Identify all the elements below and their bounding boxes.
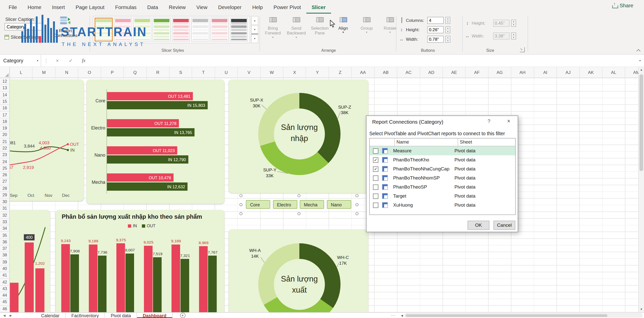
- arrange-button[interactable]: Group ▾: [356, 16, 378, 39]
- ribbon-tab[interactable]: Power Pivot: [268, 2, 306, 14]
- column-header[interactable]: AK: [580, 67, 602, 78]
- resize-handle[interactable]: [355, 212, 358, 215]
- row-header[interactable]: 15: [0, 98, 10, 105]
- row-header[interactable]: 46: [0, 306, 10, 312]
- slicer-style-option[interactable]: [230, 18, 248, 41]
- slicer-button[interactable]: Core: [246, 200, 270, 209]
- row-header[interactable]: 14: [0, 92, 10, 98]
- resize-handle[interactable]: [239, 212, 242, 215]
- report-connection-row[interactable]: Measure Pivot data: [370, 146, 515, 155]
- hscroll-left-icon[interactable]: ◀: [399, 314, 405, 317]
- row-header[interactable]: 28: [0, 185, 10, 192]
- resize-handle[interactable]: [298, 194, 300, 197]
- row-header[interactable]: 45: [0, 299, 10, 306]
- slicer-button[interactable]: Nano: [327, 200, 351, 209]
- ribbon-tab[interactable]: View: [191, 2, 213, 14]
- row-header[interactable]: 31: [0, 205, 10, 212]
- ribbon-tab[interactable]: Slicer: [306, 2, 331, 14]
- columns-stepper[interactable]: ▴▾: [445, 17, 450, 24]
- row-header[interactable]: 18: [0, 118, 10, 125]
- column-header[interactable]: AD: [420, 67, 443, 78]
- column-header[interactable]: Z: [329, 67, 352, 78]
- column-header[interactable]: Y: [306, 67, 329, 78]
- row-header[interactable]: 13: [0, 85, 10, 92]
- resize-handle[interactable]: [298, 212, 300, 215]
- arrange-button[interactable]: Rotate ▾: [379, 16, 401, 39]
- column-header[interactable]: AG: [489, 67, 511, 78]
- row-header[interactable]: 17: [0, 112, 10, 118]
- row-header[interactable]: 30: [0, 199, 10, 205]
- arrange-button[interactable]: Send Backward ▾: [286, 16, 307, 39]
- button-width-stepper[interactable]: ▴▾: [445, 35, 450, 42]
- gallery-more-button[interactable]: ▾: [251, 34, 258, 43]
- column-header[interactable]: AJ: [557, 67, 580, 78]
- row-header[interactable]: 41: [0, 272, 10, 279]
- slicer-style-option[interactable]: [172, 18, 190, 41]
- row-checkbox[interactable]: [373, 193, 378, 199]
- ribbon-tab[interactable]: Review: [164, 2, 191, 14]
- column-header[interactable]: AC: [397, 67, 420, 78]
- button-height-input[interactable]: [427, 26, 444, 33]
- row-header[interactable]: 27: [0, 178, 10, 185]
- column-header[interactable]: X: [283, 67, 306, 78]
- sheet-nav-left-icon[interactable]: ◀: [3, 314, 6, 317]
- row-header[interactable]: 12: [0, 78, 10, 85]
- gallery-up-button[interactable]: ▴: [251, 16, 258, 25]
- expand-formula-bar-icon[interactable]: ▾: [636, 59, 644, 62]
- report-connection-row[interactable]: ✓ PhanBoTheoKho Pivot data: [370, 155, 515, 164]
- column-header[interactable]: AI: [534, 67, 557, 78]
- report-connection-row[interactable]: PhanBoTheoSP Pivot data: [370, 183, 515, 192]
- vertical-scrollbar[interactable]: ▲ ▼: [638, 67, 644, 312]
- resize-handle[interactable]: [355, 194, 358, 197]
- ok-button[interactable]: OK: [468, 221, 490, 230]
- insert-function-icon[interactable]: fx: [78, 58, 90, 64]
- arrange-button[interactable]: Bring Forward ▾: [262, 16, 284, 39]
- row-header[interactable]: 19: [0, 125, 10, 132]
- tab-splitter-icon[interactable]: ⋯: [391, 313, 399, 318]
- gallery-down-button[interactable]: ▾: [251, 25, 258, 34]
- row-header[interactable]: 39: [0, 259, 10, 265]
- arrange-button[interactable]: Selection Pane: [309, 16, 331, 39]
- row-header[interactable]: 43: [0, 286, 10, 292]
- report-connection-row[interactable]: ✓ PhanBoTheoNhaCungCap Pivot data: [370, 164, 515, 173]
- slicer-button[interactable]: Mecha: [300, 200, 324, 209]
- report-connection-row[interactable]: XuHuong Pivot data: [370, 201, 515, 210]
- row-header[interactable]: 23: [0, 152, 10, 158]
- ribbon-tab[interactable]: Help: [247, 2, 268, 14]
- slicer-button[interactable]: Electro: [273, 200, 297, 209]
- column-header[interactable]: AA: [352, 67, 375, 78]
- column-header[interactable]: Q: [124, 67, 147, 78]
- column-header[interactable]: M: [33, 67, 56, 78]
- confirm-entry-icon[interactable]: ✓: [64, 58, 78, 64]
- column-header[interactable]: AE: [443, 67, 466, 78]
- sheet-tab[interactable]: Calendar: [35, 313, 66, 318]
- row-checkbox[interactable]: [373, 184, 378, 190]
- scrollbar-thumb[interactable]: [406, 314, 607, 317]
- row-header[interactable]: 24: [0, 158, 10, 165]
- column-header[interactable]: N: [55, 67, 78, 78]
- resize-handle[interactable]: [355, 203, 358, 206]
- column-header[interactable]: L: [10, 67, 33, 78]
- scrollbar-thumb[interactable]: [639, 74, 643, 171]
- row-header[interactable]: 37: [0, 245, 10, 252]
- column-header[interactable]: O: [78, 67, 101, 78]
- row-header[interactable]: 25: [0, 165, 10, 172]
- column-header[interactable]: V: [238, 67, 261, 78]
- column-header[interactable]: R: [147, 67, 170, 78]
- ribbon-tab[interactable]: Developer: [213, 2, 247, 14]
- sheet-nav-right-icon[interactable]: ▶: [10, 314, 12, 317]
- row-checkbox[interactable]: [373, 202, 378, 208]
- scroll-up-icon[interactable]: ▲: [639, 67, 644, 73]
- sheet-tab[interactable]: FactInventory: [66, 313, 105, 318]
- resize-handle[interactable]: [239, 203, 242, 206]
- arrange-button[interactable]: Align ▾: [332, 16, 354, 39]
- row-header[interactable]: 40: [0, 265, 10, 272]
- cancel-button[interactable]: Cancel: [494, 221, 515, 230]
- help-icon[interactable]: ?: [486, 118, 492, 124]
- collapse-ribbon-button[interactable]: [636, 48, 641, 53]
- button-width-input[interactable]: [427, 35, 444, 42]
- row-header[interactable]: 26: [0, 172, 10, 178]
- column-header[interactable]: AM: [625, 67, 638, 78]
- row-header[interactable]: 42: [0, 279, 10, 286]
- columns-input[interactable]: [427, 17, 444, 24]
